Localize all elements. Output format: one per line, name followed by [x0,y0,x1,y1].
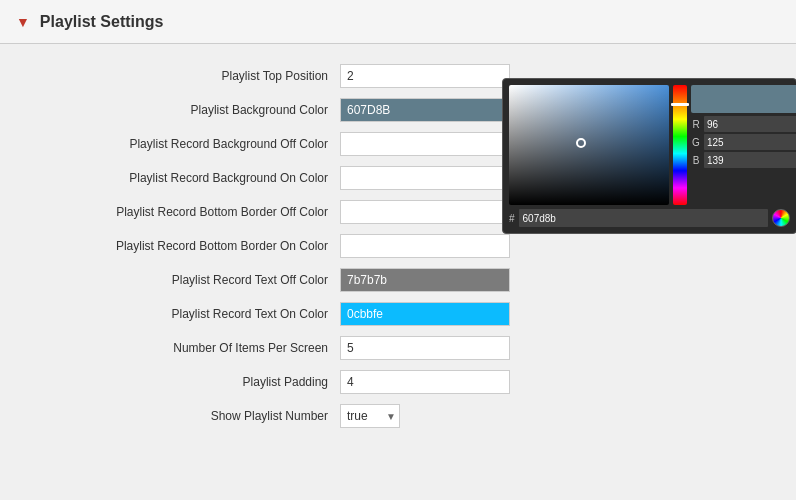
hue-strip[interactable] [673,85,687,205]
saturation-gradient[interactable] [509,85,669,205]
picker-g-input[interactable] [704,134,796,150]
row-record-border-on: Playlist Record Bottom Border On Color [40,234,756,258]
picker-top: R H G S [509,85,790,205]
collapse-arrow-icon[interactable]: ▼ [16,14,30,30]
row-playlist-padding: Playlist Padding [40,370,756,394]
eyedropper-icon[interactable] [772,209,790,227]
select-wrapper-show-playlist-number: true false ▼ [340,404,400,428]
picker-r-label: R [691,119,701,130]
picker-hex-input[interactable] [519,209,768,227]
picker-fields: R H G S [691,116,796,168]
picker-g-row: G S [691,134,796,150]
input-record-border-on[interactable] [340,234,510,258]
label-show-playlist-number: Show Playlist Number [40,409,340,423]
row-items-per-screen: Number Of Items Per Screen [40,336,756,360]
content-area: Playlist Top Position Playlist Backgroun… [0,44,796,500]
picker-g-label: G [691,137,701,148]
row-show-playlist-number: Show Playlist Number true false ▼ [40,404,756,428]
input-playlist-background-color[interactable] [340,98,510,122]
picker-r-input[interactable] [704,116,796,132]
label-playlist-padding: Playlist Padding [40,375,340,389]
label-record-text-off: Playlist Record Text Off Color [40,273,340,287]
page-title: Playlist Settings [40,13,164,31]
picker-swatches [691,85,796,113]
label-record-border-off: Playlist Record Bottom Border Off Color [40,205,340,219]
page-container: ▼ Playlist Settings Playlist Top Positio… [0,0,796,500]
row-record-text-off: Playlist Record Text Off Color [40,268,756,292]
label-playlist-top-position: Playlist Top Position [40,69,340,83]
input-playlist-top-position[interactable] [340,64,510,88]
label-record-bg-off: Playlist Record Background Off Color [40,137,340,151]
saturation-cursor[interactable] [576,138,586,148]
row-record-text-on: Playlist Record Text On Color [40,302,756,326]
row-playlist-background-color: Playlist Background Color [40,98,756,122]
label-items-per-screen: Number Of Items Per Screen [40,341,340,355]
input-record-text-on[interactable] [340,302,510,326]
label-record-text-on: Playlist Record Text On Color [40,307,340,321]
picker-bottom: # [509,209,790,227]
picker-b-input[interactable] [704,152,796,168]
header: ▼ Playlist Settings [0,0,796,44]
input-record-text-off[interactable] [340,268,510,292]
picker-hash-symbol: # [509,213,515,224]
select-show-playlist-number[interactable]: true false [340,404,400,428]
input-record-bg-off[interactable] [340,132,510,156]
swatch-current[interactable] [691,85,796,113]
picker-b-label: B [691,155,701,166]
input-record-border-off[interactable] [340,200,510,224]
input-playlist-padding[interactable] [340,370,510,394]
input-items-per-screen[interactable] [340,336,510,360]
color-picker-popup: R H G S [502,78,796,234]
label-playlist-background-color: Playlist Background Color [40,103,340,117]
picker-r-row: R H [691,116,796,132]
picker-right-panel: R H G S [691,85,796,205]
input-record-bg-on[interactable] [340,166,510,190]
picker-b-row: B L [691,152,796,168]
label-record-bg-on: Playlist Record Background On Color [40,171,340,185]
label-record-border-on: Playlist Record Bottom Border On Color [40,239,340,253]
hue-cursor[interactable] [671,103,689,106]
